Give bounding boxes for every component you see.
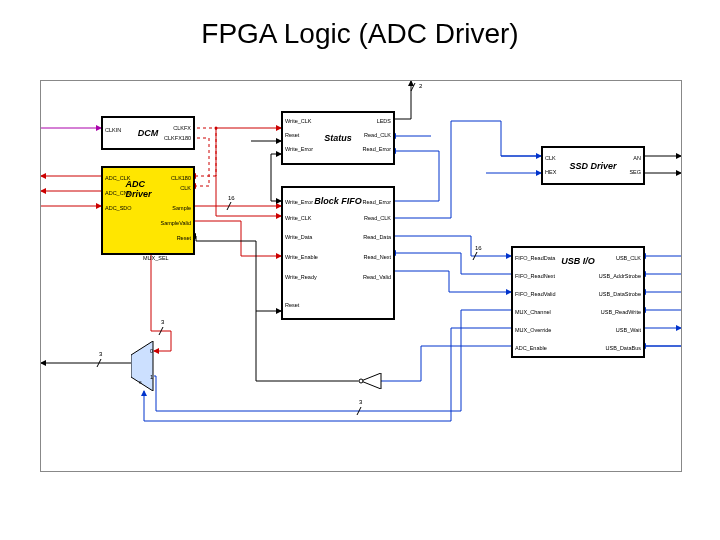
- port-sample: Sample: [172, 206, 191, 212]
- port-write-enable: Write_Enable: [285, 255, 318, 261]
- label-ssd: SSD Driver: [569, 161, 616, 171]
- port-usb-databus: USB_DataBus: [606, 346, 641, 352]
- port-write-clk-s: Write_CLK: [285, 119, 312, 125]
- mux-sel: s: [139, 380, 142, 386]
- port-adc-sdo: ADC_SDO: [105, 206, 132, 212]
- block-fifo: Write_Error Write_CLK Write_Data Write_E…: [281, 186, 395, 320]
- bus-sample: 16: [228, 195, 235, 201]
- block-adc-driver: ADC_CLK ADC_CNV ADC_SDO CLK180 CLK Sampl…: [101, 166, 195, 255]
- port-leds: LEDS: [377, 119, 391, 125]
- port-write-clk: Write_CLK: [285, 216, 312, 222]
- bus-leds: 2: [419, 83, 422, 89]
- port-seg: SEG: [629, 170, 641, 176]
- bus-readdata: 16: [475, 245, 482, 251]
- port-clk: CLK: [180, 186, 191, 192]
- label-status: Status: [324, 133, 352, 143]
- port-reset-s: Reset: [285, 133, 299, 139]
- port-read-valid: Read_Valid: [363, 275, 391, 281]
- block-ssd-driver: CLK HEX AN SEG SSD Driver: [541, 146, 645, 185]
- port-read-data: Read_Data: [363, 235, 391, 241]
- block-dcm: CLKIN CLKFX CLKFX180 DCM: [101, 116, 195, 150]
- port-write-data: Write_Data: [285, 235, 312, 241]
- label-fifo: Block FIFO: [314, 196, 362, 206]
- port-read-next: Read_Next: [363, 255, 391, 261]
- port-adc-enable: ADC_Enable: [515, 346, 547, 352]
- port-an: AN: [633, 156, 641, 162]
- port-clk-ssd: CLK: [545, 156, 556, 162]
- port-write-error-s: Write_Error: [285, 147, 313, 153]
- port-fifo-readvalid: FIFO_ReadValid: [515, 292, 556, 298]
- page-title: FPGA Logic (ADC Driver): [0, 0, 720, 58]
- block-status: Write_CLK Reset Write_Error LEDS Read_CL…: [281, 111, 395, 165]
- port-samplevalid: SampleValid: [161, 221, 191, 227]
- svg-point-3: [359, 379, 363, 383]
- port-read-clk: Read_CLK: [364, 216, 391, 222]
- port-read-clk-s: Read_CLK: [364, 133, 391, 139]
- port-usb-wait: USB_Wait: [616, 328, 641, 334]
- block-diagram: CLKIN CLKFX CLKFX180 DCM ADC_CLK ADC_CNV…: [40, 80, 682, 472]
- port-read-error-s: Read_Error: [363, 147, 391, 153]
- label-adc-driver: ADC Driver: [126, 179, 171, 199]
- port-clk180: CLK180: [171, 176, 191, 182]
- block-usb-io: FIFO_ReadData FIFO_ReadNext FIFO_ReadVal…: [511, 246, 645, 358]
- port-usb-datastrobe: USB_DataStrobe: [599, 292, 641, 298]
- label-usb: USB I/O: [561, 256, 595, 266]
- inverter-icon: [359, 373, 383, 389]
- port-usb-addrstrobe: USB_AddrStrobe: [599, 274, 641, 280]
- label-dcm: DCM: [138, 128, 159, 138]
- port-hex: HEX: [545, 170, 556, 176]
- port-mux-override: MUX_Override: [515, 328, 551, 334]
- port-clkfx180: CLKFX180: [164, 136, 191, 142]
- port-clkin: CLKIN: [105, 128, 121, 134]
- svg-marker-2: [361, 373, 381, 389]
- port-read-error: Read_Error: [363, 200, 391, 206]
- port-usb-readwrite: USB_ReadWrite: [601, 310, 641, 316]
- port-write-error: Write_Error: [285, 200, 313, 206]
- bus-muxout: 3: [99, 351, 102, 357]
- mux: 0 1 s: [131, 341, 155, 385]
- bus-muxchan: 3: [359, 399, 362, 405]
- mux-in1: 1: [150, 375, 153, 381]
- port-fifo-readdata: FIFO_ReadData: [515, 256, 555, 262]
- port-reset: Reset: [177, 236, 191, 242]
- port-write-ready: Write_Ready: [285, 275, 317, 281]
- port-mux-channel: MUX_Channel: [515, 310, 551, 316]
- port-mux-sel: MUX_SEL: [143, 256, 169, 262]
- port-fifo-readnext: FIFO_ReadNext: [515, 274, 555, 280]
- port-usb-clk: USB_CLK: [616, 256, 641, 262]
- mux-in0: 0: [150, 349, 153, 355]
- port-clkfx: CLKFX: [173, 126, 191, 132]
- port-reset-f: Reset: [285, 303, 299, 309]
- bus-muxsel: 3: [161, 319, 164, 325]
